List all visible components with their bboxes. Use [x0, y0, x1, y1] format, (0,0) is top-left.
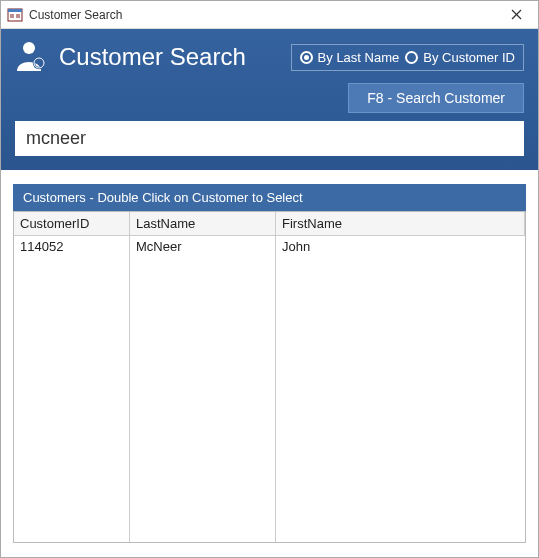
customer-search-icon [15, 39, 47, 75]
close-icon [511, 9, 522, 20]
action-row: F8 - Search Customer [15, 83, 524, 113]
close-button[interactable] [500, 3, 532, 27]
col-header-customerid[interactable]: CustomerID [14, 212, 130, 236]
grid-col-firstname: John [276, 236, 525, 542]
search-input[interactable] [15, 121, 524, 156]
svg-point-8 [23, 42, 35, 54]
col-header-lastname[interactable]: LastName [130, 212, 276, 236]
titlebar: Customer Search [1, 1, 538, 29]
table-cell[interactable]: McNeer [130, 236, 275, 257]
grid-col-customerid: 114052 [14, 236, 130, 542]
grid-header-row: CustomerID LastName FirstName [14, 212, 525, 236]
header: Customer Search By Last Name By Customer… [1, 29, 538, 170]
results-grid: CustomerID LastName FirstName 114052 McN… [13, 211, 526, 543]
header-top: Customer Search By Last Name By Customer… [15, 39, 524, 75]
form-icon [7, 7, 23, 23]
page-title: Customer Search [59, 43, 279, 71]
content: Customers - Double Click on Customer to … [1, 170, 538, 557]
radio-by-customer-id[interactable]: By Customer ID [405, 50, 515, 65]
svg-line-10 [42, 67, 47, 72]
table-cell[interactable]: 114052 [14, 236, 129, 257]
window: Customer Search Customer Search [0, 0, 539, 558]
radio-label: By Customer ID [423, 50, 515, 65]
table-cell[interactable]: John [276, 236, 525, 257]
col-header-firstname[interactable]: FirstName [276, 212, 525, 236]
radio-by-last-name[interactable]: By Last Name [300, 50, 400, 65]
radio-icon [300, 51, 313, 64]
radio-icon [405, 51, 418, 64]
grid-body: 114052 McNeer John [14, 236, 525, 542]
search-button[interactable]: F8 - Search Customer [348, 83, 524, 113]
grid-col-lastname: McNeer [130, 236, 276, 542]
svg-rect-1 [8, 9, 22, 12]
window-title: Customer Search [29, 8, 500, 22]
table-caption: Customers - Double Click on Customer to … [13, 184, 526, 211]
radio-label: By Last Name [318, 50, 400, 65]
search-mode-group: By Last Name By Customer ID [291, 44, 524, 71]
